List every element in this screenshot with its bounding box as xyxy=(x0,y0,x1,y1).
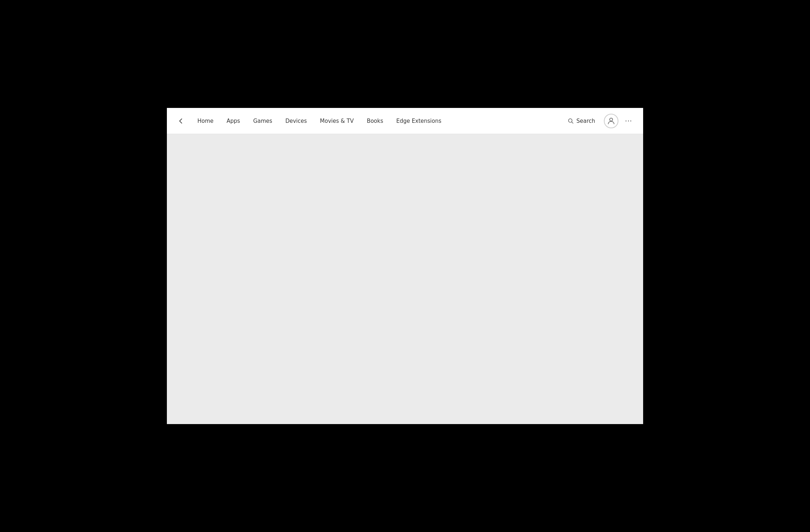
search-label: Search xyxy=(576,118,595,124)
back-icon xyxy=(177,117,184,125)
back-button[interactable] xyxy=(174,114,187,128)
content-area xyxy=(167,134,643,424)
nav-item-devices[interactable]: Devices xyxy=(280,115,313,127)
account-button[interactable] xyxy=(604,114,618,128)
nav-right: Search ··· xyxy=(562,114,636,128)
nav-item-apps[interactable]: Apps xyxy=(221,115,246,127)
app-window: Home Apps Games Devices Movies & TV Book… xyxy=(167,108,643,424)
svg-point-1 xyxy=(610,118,613,121)
titlebar: Home Apps Games Devices Movies & TV Book… xyxy=(167,108,643,134)
nav-items: Home Apps Games Devices Movies & TV Book… xyxy=(192,115,562,127)
more-icon: ··· xyxy=(625,117,632,125)
nav-item-books[interactable]: Books xyxy=(361,115,389,127)
nav-item-home[interactable]: Home xyxy=(192,115,219,127)
account-icon xyxy=(607,117,615,125)
search-button[interactable]: Search xyxy=(562,115,601,127)
svg-point-0 xyxy=(569,118,572,122)
nav-item-edge-extensions[interactable]: Edge Extensions xyxy=(390,115,447,127)
nav-item-movies-tv[interactable]: Movies & TV xyxy=(314,115,360,127)
nav-item-games[interactable]: Games xyxy=(247,115,278,127)
search-icon xyxy=(568,118,574,124)
more-button[interactable]: ··· xyxy=(621,114,636,128)
